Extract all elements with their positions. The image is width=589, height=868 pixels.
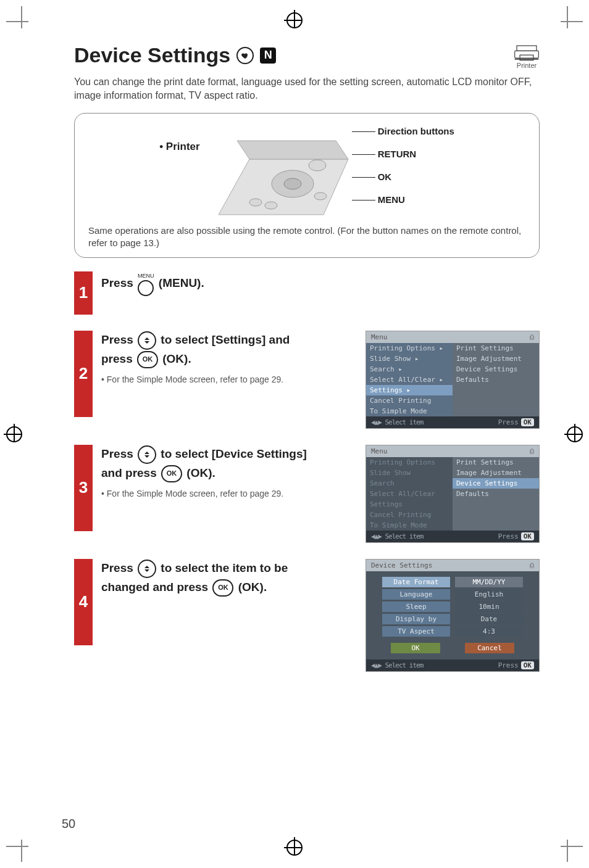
svg-marker-5 xyxy=(237,141,348,159)
step-3: 3 Press to select [Device Settings] and … xyxy=(74,445,540,543)
registration-mark xyxy=(286,840,303,856)
menu-item: Printing Options ▸ xyxy=(366,343,453,353)
step-1: 1 Press MENU (MENU). xyxy=(74,271,540,315)
menu-item-dim: Cancel Printing xyxy=(366,510,453,520)
svg-rect-0 xyxy=(517,46,537,51)
callout-direction-buttons: Direction buttons xyxy=(363,126,454,136)
menu-item-dim: Printing Options xyxy=(366,457,453,468)
pictbridge-icon: ⎙ xyxy=(530,333,534,341)
submenu-empty xyxy=(453,385,539,395)
svg-point-8 xyxy=(309,160,326,171)
text-fragment: (MENU). xyxy=(159,276,204,289)
ds-value: 10min xyxy=(455,601,523,612)
registration-mark xyxy=(567,426,583,442)
callout-return: RETURN xyxy=(363,149,454,159)
foot-ok-badge: OK xyxy=(521,661,534,669)
ds-value-highlighted: MM/DD/YY xyxy=(455,577,523,587)
step-number: 2 xyxy=(74,331,93,417)
text-fragment: press xyxy=(101,352,136,365)
crop-mark xyxy=(558,837,583,862)
step-number: 4 xyxy=(74,559,93,645)
submenu-item: Image Adjustment xyxy=(453,353,539,364)
text-fragment: Press xyxy=(101,333,136,346)
pictbridge-icon: ⎙ xyxy=(530,561,534,569)
menu-button-icon: MENU xyxy=(138,271,154,296)
submenu-item: Image Adjustment xyxy=(453,468,539,478)
ds-label-highlighted: Date Format xyxy=(382,577,450,587)
menu-button-label: MENU xyxy=(138,271,154,280)
callout-labels: Direction buttons RETURN OK MENU xyxy=(363,122,454,205)
title-row: Device Settings N Printer xyxy=(74,43,540,69)
ds-value: 4:3 xyxy=(455,626,523,637)
foot-ok-badge: OK xyxy=(521,418,534,426)
ok-button-icon: OK xyxy=(137,351,158,368)
screenshot-title: Menu xyxy=(371,447,388,455)
menu-item-dim: Search xyxy=(366,478,453,489)
intro-text: You can change the print date format, la… xyxy=(74,75,540,102)
pictbridge-icon: ⎙ xyxy=(530,447,534,455)
text-fragment: Press xyxy=(101,561,136,574)
menu-item: Select All/Clear ▸ xyxy=(366,374,453,385)
crop-mark xyxy=(6,837,31,862)
screenshot-menu-settings: Menu⎙ Printing Options ▸Print Settings S… xyxy=(366,331,540,429)
screenshot-menu-device-settings: Menu⎙ Printing OptionsPrint Settings Sli… xyxy=(366,445,540,543)
svg-point-7 xyxy=(284,178,301,189)
menu-item-dim: Slide Show xyxy=(366,468,453,478)
ds-label: Sleep xyxy=(382,601,450,612)
text-fragment: to select [Settings] and xyxy=(161,333,290,346)
printer-icon-label: Printer xyxy=(517,62,537,69)
menu-item-dim: To Simple Mode xyxy=(366,520,453,531)
menu-item: To Simple Mode xyxy=(366,406,453,416)
foot-press: Press xyxy=(498,661,519,669)
n-badge-icon: N xyxy=(260,48,276,64)
menu-item-dim: Select All/Clear xyxy=(366,489,453,499)
screenshot-title: Device Settings xyxy=(371,561,432,569)
remote-note: Same operations are also possible using … xyxy=(88,225,525,250)
text-fragment: (OK). xyxy=(238,581,267,593)
updown-button-icon xyxy=(138,445,156,464)
ds-label: TV Aspect xyxy=(382,626,450,637)
foot-hint: ◀▲▶ Select item xyxy=(371,532,423,540)
page-number: 50 xyxy=(62,817,75,831)
heart-icon xyxy=(236,47,254,64)
content-area: Device Settings N Printer You can change… xyxy=(74,43,540,672)
text-fragment: (OK). xyxy=(162,352,191,365)
ok-button-icon: OK xyxy=(212,579,233,597)
foot-press: Press xyxy=(498,418,519,426)
svg-point-9 xyxy=(314,192,327,200)
submenu-item: Defaults xyxy=(453,489,539,499)
text-fragment: changed and press xyxy=(101,581,211,593)
step-3-text: Press to select [Device Settings] and pr… xyxy=(101,445,353,482)
step-4: 4 Press to select the item to be changed… xyxy=(74,559,540,672)
menu-item-highlighted: Settings ▸ xyxy=(366,385,453,395)
foot-ok-badge: OK xyxy=(521,532,534,540)
menu-item: Search ▸ xyxy=(366,364,453,374)
manual-page: Device Settings N Printer You can change… xyxy=(0,0,589,868)
page-title: Device Settings N xyxy=(74,43,276,67)
svg-point-11 xyxy=(265,202,277,209)
ds-cancel-button: Cancel xyxy=(465,643,514,653)
svg-point-10 xyxy=(249,199,262,206)
updown-button-icon xyxy=(138,560,156,578)
crop-mark xyxy=(6,6,31,31)
ds-value: Date xyxy=(455,614,523,624)
ds-label: Display by xyxy=(382,614,450,624)
step-1-text: Press MENU (MENU). xyxy=(101,271,540,296)
text-fragment: (OK). xyxy=(186,466,215,479)
screenshot-title: Menu xyxy=(371,333,388,341)
ds-value: English xyxy=(455,589,523,600)
submenu-item: Print Settings xyxy=(453,343,539,353)
submenu-item: Print Settings xyxy=(453,457,539,468)
registration-mark xyxy=(286,12,303,28)
foot-hint: ◀▲▶ Select item xyxy=(371,418,423,426)
text-fragment: to select [Device Settings] xyxy=(161,447,307,460)
registration-mark xyxy=(6,426,22,442)
step-2-text: Press to select [Settings] and press OK … xyxy=(101,331,353,368)
printer-diagram-box: • Printer Direction buttons xyxy=(74,113,540,258)
submenu-empty xyxy=(453,499,539,510)
step-4-text: Press to select the item to be changed a… xyxy=(101,559,353,597)
callout-menu: MENU xyxy=(363,194,454,205)
step-number: 3 xyxy=(74,445,93,531)
printer-illustration xyxy=(212,122,354,221)
screenshot-device-settings: Device Settings⎙ Date FormatMM/DD/YY Lan… xyxy=(366,559,540,672)
